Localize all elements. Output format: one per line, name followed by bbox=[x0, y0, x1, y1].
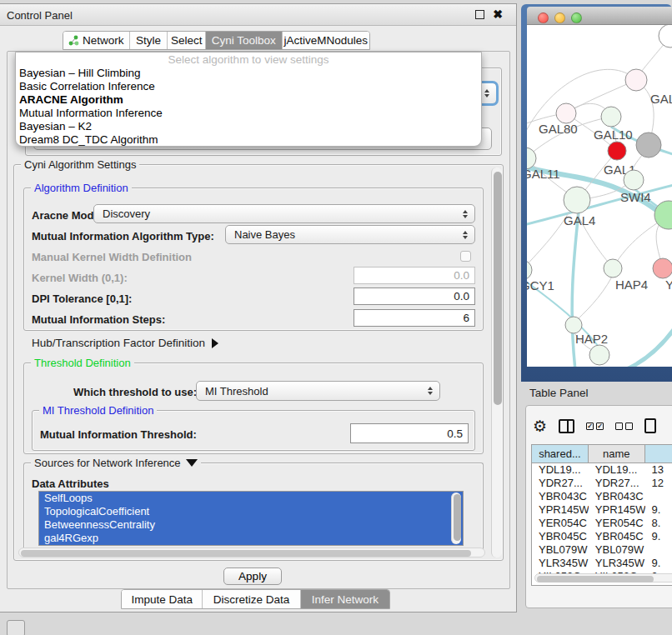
tab-style[interactable]: Style bbox=[130, 32, 168, 49]
attribute-item[interactable]: SelfLoops bbox=[39, 492, 463, 505]
column-header[interactable]: name bbox=[589, 445, 645, 462]
network-node-gal1[interactable] bbox=[608, 142, 626, 160]
attributes-scrollbar-thumb[interactable] bbox=[454, 494, 461, 541]
document-icon[interactable] bbox=[644, 418, 656, 433]
table-row[interactable]: YDR27...YDR27...12 bbox=[532, 477, 672, 490]
network-node-hap2[interactable] bbox=[565, 317, 582, 333]
attribute-item[interactable]: gal4RGexp bbox=[39, 532, 463, 545]
algorithm-option[interactable]: Mutual Information Inference bbox=[16, 107, 481, 120]
node-label: GAL bbox=[650, 92, 672, 106]
network-edge[interactable] bbox=[574, 277, 612, 323]
table-row[interactable]: YDL19...YDL19...13 bbox=[532, 463, 672, 477]
network-node-hap4[interactable] bbox=[604, 259, 622, 278]
close-traffic-light-icon[interactable] bbox=[538, 12, 549, 23]
table-row[interactable]: YPR145WYPR145W9. bbox=[532, 503, 672, 517]
node-label: Y bbox=[665, 278, 672, 292]
attribute-item[interactable]: TopologicalCoefficient bbox=[39, 505, 463, 518]
network-canvas[interactable]: GALGAL80GAL10GAL1GAL11SWI4GAL4GCY1HAP4YH… bbox=[527, 25, 672, 367]
network-window-titlebar[interactable] bbox=[527, 7, 672, 25]
table-row[interactable]: YBR045CYBR045C9. bbox=[532, 530, 672, 543]
apply-button[interactable]: Apply bbox=[223, 568, 282, 585]
mi-threshold-group-title: MI Threshold Definition bbox=[39, 404, 157, 417]
aracne-mode-combobox[interactable]: Discovery bbox=[93, 204, 475, 223]
network-node-gal80[interactable] bbox=[556, 103, 576, 123]
network-node[interactable] bbox=[636, 132, 661, 158]
table-hscroll-thumb[interactable] bbox=[537, 576, 654, 582]
mi-steps-field[interactable]: 6 bbox=[354, 309, 475, 327]
close-icon[interactable]: ✖ bbox=[493, 8, 503, 21]
table-row[interactable]: YBR043CYBR043C bbox=[532, 490, 672, 503]
table-row[interactable]: YLR345WYLR345W9. bbox=[532, 557, 672, 570]
algorithm-option[interactable]: Bayesian – Hill Climbing bbox=[16, 67, 481, 80]
algorithm-option[interactable]: Bayesian – K2 bbox=[16, 120, 481, 133]
data-attributes-list[interactable]: SelfLoopsTopologicalCoefficientBetweenne… bbox=[38, 491, 464, 546]
settings-horizontal-scrollbar[interactable] bbox=[18, 548, 485, 558]
tab-discretize-data[interactable]: Discretize Data bbox=[203, 590, 300, 608]
hub-definition-toggle[interactable]: Hub/Transcription Factor Definition bbox=[32, 337, 218, 349]
network-node-gal[interactable] bbox=[625, 69, 647, 91]
attribute-item[interactable]: BetweennessCentrality bbox=[39, 518, 463, 532]
tab-select[interactable]: Select bbox=[168, 32, 206, 49]
which-threshold-value: MI Threshold bbox=[205, 385, 268, 398]
attributes-scrollbar[interactable] bbox=[451, 492, 461, 544]
table-row[interactable]: YBL079WYBL079W bbox=[532, 543, 672, 557]
network-node-gal10[interactable] bbox=[601, 107, 621, 127]
table-cell: YPR145W bbox=[589, 503, 645, 517]
zoom-traffic-light-icon[interactable] bbox=[571, 12, 582, 23]
minimize-traffic-light-icon[interactable] bbox=[554, 12, 565, 23]
minimized-panel-icon[interactable] bbox=[7, 620, 25, 635]
columns-icon[interactable] bbox=[559, 419, 574, 433]
control-panel-titlebar[interactable]: Control Panel ✖ bbox=[0, 4, 516, 26]
checked-pair-icon[interactable]: ✓✓ bbox=[586, 422, 604, 430]
tab-impute-data[interactable]: Impute Data bbox=[122, 590, 203, 608]
network-node-gcy1[interactable] bbox=[527, 260, 532, 280]
table-rows: YDL19...YDL19...13YDR27...YDR27...12YBR0… bbox=[532, 463, 672, 583]
column-header[interactable]: shared... bbox=[532, 445, 589, 462]
sources-group-title-row[interactable]: Sources for Network Inference bbox=[31, 457, 201, 469]
network-node[interactable] bbox=[589, 345, 609, 365]
node-table: shared...name YDL19...YDL19...13YDR27...… bbox=[531, 444, 672, 586]
network-edge[interactable] bbox=[527, 202, 575, 270]
tab-network[interactable]: Network bbox=[63, 32, 130, 49]
network-node[interactable] bbox=[659, 25, 672, 48]
settings-hscroll-thumb[interactable] bbox=[21, 550, 471, 557]
manual-kernel-checkbox[interactable] bbox=[460, 251, 471, 262]
table-toolbar: ⚙ ✓✓ bbox=[533, 414, 656, 438]
dpi-tolerance-field[interactable]: 0.0 bbox=[354, 288, 475, 305]
tab-infer-network[interactable]: Infer Network bbox=[301, 590, 389, 608]
unchecked-pair-icon[interactable] bbox=[615, 422, 633, 430]
algorithm-option[interactable]: ARACNE Algorithm bbox=[16, 93, 481, 107]
table-row[interactable]: YER054CYER054C8. bbox=[532, 517, 672, 530]
mi-steps-value: 6 bbox=[463, 312, 469, 324]
table-horizontal-scrollbar[interactable] bbox=[534, 573, 672, 582]
which-threshold-combobox[interactable]: MI Threshold bbox=[196, 381, 440, 401]
table-cell: YBR045C bbox=[589, 530, 645, 543]
table-cell: YDL19... bbox=[589, 463, 645, 477]
algorithm-option[interactable]: Dream8 DC_TDC Algorithm bbox=[16, 133, 481, 147]
kernel-width-field[interactable]: 0.0 bbox=[354, 267, 475, 284]
network-node-swi4[interactable] bbox=[624, 170, 644, 190]
gear-icon[interactable]: ⚙ bbox=[533, 418, 547, 434]
mi-type-combobox[interactable]: Naive Bayes bbox=[225, 225, 475, 244]
node-label: GCY1 bbox=[527, 278, 554, 292]
algorithm-option[interactable]: Basic Correlation Inference bbox=[16, 80, 481, 93]
tab-cyni-toolbox[interactable]: Cyni Toolbox bbox=[206, 32, 283, 49]
hub-definition-label: Hub/Transcription Factor Definition bbox=[32, 337, 205, 349]
network-edge[interactable] bbox=[566, 80, 636, 113]
algorithm-popup-list: Bayesian – Hill ClimbingBasic Correlatio… bbox=[16, 67, 481, 147]
tab-label: Style bbox=[136, 34, 161, 47]
settings-vscroll-thumb[interactable] bbox=[494, 172, 502, 405]
settings-vertical-scrollbar[interactable] bbox=[491, 168, 502, 558]
control-panel-tab-bar: NetworkStyleSelectCyni ToolboxjActiveMNo… bbox=[63, 31, 370, 50]
node-label: HAP2 bbox=[575, 332, 608, 346]
float-window-icon[interactable] bbox=[475, 10, 484, 19]
cyni-bottom-tab-bar: Impute DataDiscretize DataInfer Network bbox=[121, 589, 390, 609]
column-header[interactable] bbox=[645, 445, 672, 462]
collapsed-arrow-icon bbox=[212, 338, 218, 348]
tab-label: Network bbox=[83, 34, 124, 47]
network-node-y[interactable] bbox=[653, 258, 672, 278]
network-node-gal4[interactable] bbox=[564, 187, 590, 213]
tab-jactivemnodules[interactable]: jActiveMNodules bbox=[283, 32, 369, 49]
mi-steps-label: Mutual Information Steps: bbox=[32, 313, 165, 326]
mi-threshold-field[interactable]: 0.5 bbox=[350, 423, 469, 443]
